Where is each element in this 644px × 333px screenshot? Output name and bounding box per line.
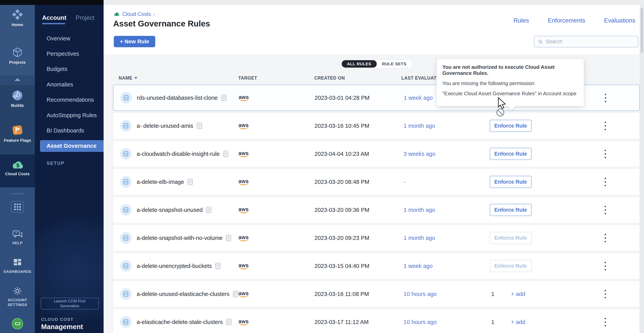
rail-item-builds[interactable]: Builds <box>0 90 35 108</box>
sidebar-item-anomalies[interactable]: Anomalies <box>35 79 104 90</box>
setup-section-label[interactable]: SETUP <box>46 161 64 166</box>
breadcrumb[interactable]: $ Cloud Costs › <box>113 11 155 17</box>
column-header-created-on[interactable]: CREATED ON <box>314 76 402 81</box>
rail-item-account-settings[interactable]: ACCOUNTSETTINGS <box>0 286 35 307</box>
sidebar-item-autostopping-rules[interactable]: AutoStopping Rules <box>35 109 104 121</box>
add-enforcement-link[interactable]: + add <box>511 319 525 325</box>
kebab-menu-icon[interactable] <box>601 150 609 158</box>
table-row[interactable]: a-cloudwatch-disable-insight-rule aws 20… <box>113 141 640 167</box>
cloud-costs-icon: $ <box>11 161 24 170</box>
add-enforcement-link[interactable]: + add <box>511 291 525 297</box>
user-avatar[interactable]: CJ <box>12 318 23 329</box>
kebab-menu-icon[interactable] <box>601 318 609 326</box>
new-rule-button[interactable]: + New Rule <box>114 36 155 47</box>
apps-grid-icon <box>14 204 21 210</box>
sidebar-item-recommendations[interactable]: Recommendations <box>35 94 104 106</box>
tab-rules[interactable]: Rules <box>514 17 529 24</box>
scrollbar-thumb[interactable] <box>640 8 643 53</box>
chevron-up-icon[interactable] <box>14 78 20 81</box>
column-header-target[interactable]: TARGET <box>238 76 314 81</box>
enforce-rule-button[interactable]: Enforce Rule <box>490 148 532 160</box>
kebab-menu-icon[interactable] <box>601 262 609 270</box>
scrollbar-track[interactable] <box>640 5 644 333</box>
aws-logo-icon: aws <box>238 263 249 269</box>
tooltip-line: You are not authorized to execute Cloud … <box>442 64 578 76</box>
breadcrumb-separator: › <box>153 11 155 17</box>
tab-project[interactable]: Project <box>76 14 94 21</box>
breadcrumb-cloud-costs-link[interactable]: Cloud Costs <box>122 11 151 17</box>
search-box[interactable] <box>534 36 638 48</box>
description-icon <box>226 234 232 241</box>
governance-rule-icon <box>120 148 132 160</box>
launch-ccm-first-gen-button[interactable]: Launch CCM First Generation <box>41 298 99 309</box>
column-header-name[interactable]: NAME <box>119 76 238 81</box>
table-row[interactable]: a-delete-snapshot-unused aws 2023-03-20 … <box>113 197 640 223</box>
header-tabs: Rules Enforcements Evaluations <box>514 17 636 24</box>
created-on-value: 2023-03-20 08:48 PM <box>314 179 404 185</box>
module-picker-button[interactable] <box>11 201 24 212</box>
projects-cube-icon <box>12 47 23 58</box>
tab-enforcements[interactable]: Enforcements <box>548 17 585 24</box>
sidebar-item-bi-dashboards[interactable]: BI Dashboards <box>35 125 104 136</box>
search-input[interactable] <box>546 39 634 45</box>
created-on-value: 2023-04-04 10:23 AM <box>314 151 404 157</box>
rail-item-projects[interactable]: Projects <box>0 47 35 65</box>
governance-rule-icon <box>120 120 132 132</box>
table-row[interactable]: a-delete-unused-elasticache-clusters aws… <box>113 281 640 307</box>
rail-item-feature-flags[interactable]: Feature Flags <box>0 124 35 143</box>
aws-logo-icon: aws <box>238 319 249 325</box>
tooltip-line: You are missing the following permission… <box>442 80 578 86</box>
rule-name: rds-unused-databases-list-clone <box>137 95 218 101</box>
aws-logo-icon: aws <box>238 151 249 157</box>
kebab-menu-icon[interactable] <box>601 206 609 214</box>
enforce-rule-button[interactable]: Enforce Rule <box>490 204 532 216</box>
sidebar-item-asset-governance[interactable]: Asset Governance <box>40 140 104 152</box>
tab-evaluations[interactable]: Evaluations <box>604 17 636 24</box>
governance-rule-icon <box>120 204 132 216</box>
kebab-menu-icon[interactable] <box>601 290 609 298</box>
kebab-menu-icon[interactable] <box>601 122 609 130</box>
page-header: $ Cloud Costs › Asset Governance Rules R… <box>104 5 644 29</box>
rail-item-dashboards[interactable]: DASHBOARDS <box>0 258 35 274</box>
rail-item-help[interactable]: ? HELP <box>0 230 35 245</box>
rule-name: a-cloudwatch-disable-insight-rule <box>137 151 220 157</box>
tab-account[interactable]: Account <box>42 14 66 21</box>
rule-name: a-delete-unused-elasticache-clusters <box>137 291 230 297</box>
description-icon <box>187 178 193 185</box>
enforce-rule-button[interactable]: Enforce Rule <box>490 176 532 188</box>
brand-management: Management <box>41 323 83 331</box>
rail-collapse-section[interactable] <box>0 76 35 85</box>
toggle-all-rules[interactable]: ALL RULES <box>342 60 377 68</box>
governance-rule-icon <box>120 260 132 272</box>
kebab-menu-icon[interactable] <box>601 234 609 242</box>
created-on-value: 2023-03-16 11:08 PM <box>314 291 404 297</box>
rules-view-toggle: ALL RULES RULE SETS <box>341 59 412 68</box>
governance-rule-icon <box>120 288 132 300</box>
description-icon <box>232 290 238 297</box>
last-evaluation-value: 1 month ago <box>404 235 490 241</box>
table-row[interactable]: a-delete-unencrypted-buckets aws 2023-03… <box>113 253 640 279</box>
rail-item-home[interactable]: Home <box>0 9 35 27</box>
enforcement-count: 1 <box>491 291 494 297</box>
rule-name: a- delete-unused-amis <box>137 123 193 129</box>
enforce-rule-button[interactable]: Enforce Rule <box>490 120 532 132</box>
module-sidebar: Account Project Overview Perspectives Bu… <box>35 5 104 333</box>
sidebar-item-perspectives[interactable]: Perspectives <box>35 48 104 60</box>
rules-table: rds-unused-databases-list-clone aws 2023… <box>113 85 640 333</box>
table-row[interactable]: a- delete-unused-amis aws 2023-03-16 10:… <box>113 113 640 139</box>
aws-logo-icon: aws <box>238 207 249 213</box>
kebab-menu-icon[interactable] <box>601 178 609 186</box>
rule-name: a-delete-snapshot-unused <box>137 207 203 213</box>
toggle-rule-sets[interactable]: RULE SETS <box>377 60 412 68</box>
sidebar-item-budgets[interactable]: Budgets <box>35 63 104 75</box>
kebab-menu-icon[interactable] <box>602 94 609 102</box>
sidebar-item-overview[interactable]: Overview <box>35 33 104 44</box>
last-evaluation-value: 1 month ago <box>404 207 490 213</box>
table-row[interactable]: a-elasticache-delete-stale-clusters aws … <box>113 309 640 333</box>
governance-rule-icon <box>120 176 132 188</box>
rail-item-cloud-costs[interactable]: $ Cloud Costs <box>0 161 35 176</box>
table-row[interactable]: a-delete-elb-image aws 2023-03-20 08:48 … <box>113 169 640 195</box>
rule-name: a-elasticache-delete-stale-clusters <box>137 319 223 325</box>
page-title: Asset Governance Rules <box>113 19 210 29</box>
table-row[interactable]: a-delete-snapshot-with-no-volume aws 202… <box>113 225 640 251</box>
